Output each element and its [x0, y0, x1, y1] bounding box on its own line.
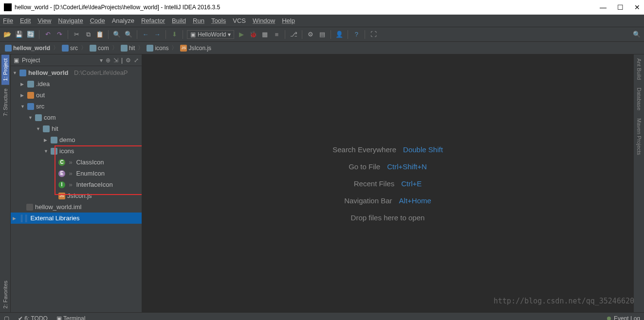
scroll-from-source-icon[interactable]: ⊕ — [106, 57, 110, 64]
menu-analyze[interactable]: Analyze — [112, 17, 134, 24]
editor-empty-state[interactable]: Search EverywhereDouble Shift Go to File… — [142, 54, 633, 312]
collapse-icon[interactable]: ⇲ — [113, 57, 118, 64]
replace-icon[interactable]: 🔍 — [124, 30, 133, 39]
sdk-icon[interactable]: 👤 — [335, 30, 344, 39]
cut-icon[interactable]: ✂ — [72, 30, 81, 39]
paste-icon[interactable]: 📋 — [95, 30, 104, 39]
breadcrumb: hellow_world〉 src〉 com〉 hit〉 icons〉 JSJs… — [0, 42, 644, 54]
forward-icon[interactable]: → — [153, 30, 162, 39]
menu-build[interactable]: Build — [172, 17, 186, 24]
menu-navigate[interactable]: Navigate — [58, 17, 83, 24]
project-header-icon: ▣ — [14, 57, 19, 64]
vcs-icon[interactable]: ⎇ — [289, 30, 298, 39]
tree-classicon[interactable]: C » ClassIcon — [11, 157, 142, 168]
menu-view[interactable]: View — [37, 17, 51, 24]
status-terminal[interactable]: ▣ Terminal — [56, 315, 85, 320]
folder-icon — [147, 45, 153, 52]
tree-root[interactable]: ▼ hellow_world D:\CoderLife\IdeaP — [11, 67, 142, 78]
menu-window[interactable]: Window — [253, 17, 275, 24]
tree-interfaceicon[interactable]: I » InterfaceIcon — [11, 179, 142, 190]
breadcrumb-com[interactable]: com — [88, 44, 111, 53]
class-icon: C — [58, 159, 65, 166]
build-icon[interactable]: ⬇ — [170, 30, 179, 39]
package-icon — [43, 125, 50, 132]
search-icon[interactable]: 🔍 — [632, 30, 641, 39]
back-icon[interactable]: ← — [141, 30, 150, 39]
tree-external-libraries[interactable]: ▶║║External Libraries — [11, 213, 142, 224]
run-config-label: HelloWorld — [198, 31, 226, 38]
redo-icon[interactable]: ↷ — [55, 30, 64, 39]
copy-icon[interactable]: ⧉ — [84, 30, 92, 39]
undo-icon[interactable]: ↶ — [43, 30, 52, 39]
project-panel-header: ▣ Project ▾ ⊕ ⇲ | ⚙ ⤢ — [11, 54, 142, 66]
breadcrumb-hit[interactable]: hit — [119, 44, 137, 53]
stop-icon[interactable]: ■ — [272, 30, 281, 39]
hide-icon[interactable]: ⤢ — [134, 57, 139, 64]
menu-tools[interactable]: Tools — [211, 17, 226, 24]
open-icon[interactable]: 📂 — [3, 30, 12, 39]
tool-tab-maven[interactable]: Maven Projects — [635, 114, 643, 159]
breadcrumb-file[interactable]: JSJsIcon.js — [178, 44, 213, 53]
menu-vcs[interactable]: VCS — [233, 17, 246, 24]
gear-icon[interactable]: ⚙ — [126, 57, 131, 64]
status-todo[interactable]: ✔ 6: TODO — [18, 315, 48, 320]
project-icon — [19, 70, 26, 76]
menu-edit[interactable]: Edit — [20, 17, 31, 24]
save-icon[interactable]: 💾 — [15, 30, 23, 39]
tool-tab-structure[interactable]: 7: Structure — [1, 85, 9, 120]
run-icon[interactable]: ▶ — [237, 30, 246, 39]
minimize-button[interactable]: — — [600, 3, 607, 11]
debug-icon[interactable]: 🐞 — [249, 30, 258, 39]
tree-com[interactable]: ▼com — [11, 112, 142, 123]
coverage-icon[interactable]: ▦ — [260, 30, 269, 39]
breadcrumb-project[interactable]: hellow_world — [3, 44, 52, 53]
app-icon — [4, 3, 12, 11]
folder-icon — [27, 92, 34, 99]
menu-code[interactable]: Code — [90, 17, 105, 24]
tool-tab-database[interactable]: Database — [635, 84, 643, 114]
tool-tab-ant[interactable]: Ant Build — [635, 54, 643, 84]
iml-icon — [26, 204, 33, 211]
status-window-icon[interactable]: ▢ — [4, 315, 9, 320]
tool-tab-project[interactable]: 1: Project — [1, 54, 9, 85]
tree-enumicon[interactable]: E » EnumIcon — [11, 168, 142, 179]
menu-help[interactable]: Help — [282, 17, 295, 24]
chevron-down-icon[interactable]: ▾ — [100, 57, 103, 64]
close-button[interactable]: ✕ — [634, 3, 640, 11]
tree-src[interactable]: ▼src — [11, 101, 142, 112]
tree-demo[interactable]: ▶demo — [11, 134, 142, 145]
breadcrumb-src[interactable]: src — [60, 44, 80, 53]
title-bar: hellow_world - [D:\CoderLife\IdeaProject… — [0, 0, 644, 15]
settings-icon[interactable]: ⚙ — [306, 30, 315, 39]
status-bar: ▢ ✔ 6: TODO ▣ Terminal Event Log — [0, 312, 644, 320]
run-config-selector[interactable]: ▣ HelloWorld ▾ — [187, 30, 234, 39]
tree-hit[interactable]: ▼hit — [11, 123, 142, 134]
maximize-button[interactable]: ☐ — [617, 3, 624, 11]
menu-file[interactable]: File — [3, 17, 13, 24]
hint-search-everywhere: Search EverywhereDouble Shift — [332, 145, 443, 154]
sync-icon[interactable]: 🔄 — [26, 30, 35, 39]
project-structure-icon[interactable]: ▤ — [318, 30, 327, 39]
right-tool-gutter: Ant Build Database Maven Projects — [633, 54, 644, 312]
tree-icons[interactable]: ▼icons — [11, 145, 142, 157]
project-tree[interactable]: ▼ hellow_world D:\CoderLife\IdeaP ▶.idea… — [11, 66, 142, 312]
status-event-log[interactable]: Event Log — [614, 315, 640, 320]
tree-jsicon[interactable]: JSJsIcon.js — [11, 190, 142, 201]
tree-iml[interactable]: hellow_world.iml — [11, 201, 142, 213]
folder-icon — [62, 45, 69, 52]
menu-refactor[interactable]: Refactor — [141, 17, 165, 24]
tree-out[interactable]: ▶out — [11, 89, 142, 101]
window-title: hellow_world - [D:\CoderLife\IdeaProject… — [15, 4, 600, 11]
left-tool-gutter: 1: Project 7: Structure 2: Favorites — [0, 54, 11, 312]
chevron-down-icon: ▾ — [228, 31, 231, 38]
tree-idea[interactable]: ▶.idea — [11, 78, 142, 89]
tool-tab-favorites[interactable]: 2: Favorites — [1, 277, 9, 312]
package-icon — [35, 114, 42, 121]
menu-run[interactable]: Run — [193, 17, 204, 24]
breadcrumb-icons[interactable]: icons — [145, 44, 170, 53]
hint-goto-file: Go to FileCtrl+Shift+N — [349, 162, 427, 171]
hint-recent-files: Recent FilesCtrl+E — [354, 179, 422, 188]
misc-icon[interactable]: ⛶ — [369, 30, 378, 39]
find-icon[interactable]: 🔍 — [112, 30, 121, 39]
help-icon[interactable]: ? — [352, 30, 361, 39]
